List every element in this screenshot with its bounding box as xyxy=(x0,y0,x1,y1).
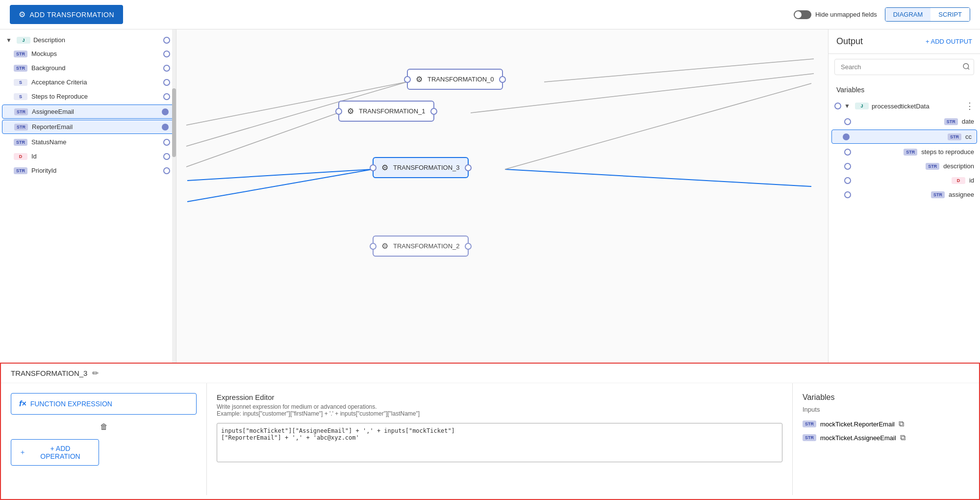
more-icon[interactable]: ⋮ xyxy=(965,101,974,111)
var-left: STR steps to reproduce xyxy=(904,148,974,156)
search-input[interactable] xyxy=(834,59,974,75)
function-icon: f× xyxy=(19,399,26,408)
list-item[interactable]: STR AssigneeEmail xyxy=(2,105,174,119)
bottom-content: f× FUNCTION EXPRESSION 🗑 ＋ + ADD OPERATI… xyxy=(1,383,979,495)
search-icon-button[interactable] xyxy=(962,62,970,72)
field-name: Mockups xyxy=(31,50,57,57)
type-badge-str: STR xyxy=(14,139,27,146)
list-item[interactable]: STR Background xyxy=(0,61,176,75)
svg-line-6 xyxy=(187,169,373,202)
type-badge: D xyxy=(952,177,965,184)
bottom-panel-header: TRANSFORMATION_3 ✏ xyxy=(1,364,979,383)
list-item[interactable]: STR StatusName xyxy=(0,135,176,149)
type-badge: STR xyxy=(803,434,816,441)
type-badge-str: STR xyxy=(14,51,27,57)
expression-textarea[interactable]: inputs["mockTicket"]["AssigneeEmail"] + … xyxy=(217,423,782,462)
variables-title: Variables xyxy=(829,84,980,98)
node-label: TRANSFORMATION_3 xyxy=(393,164,460,171)
node-label: TRANSFORMATION_2 xyxy=(393,242,460,250)
node-connector-right xyxy=(499,76,506,83)
node-connector-right xyxy=(465,164,472,171)
connector-dot xyxy=(163,79,170,86)
tab-script[interactable]: SCRIPT xyxy=(930,8,970,21)
field-left: D Id xyxy=(14,153,37,160)
add-output-button[interactable]: + ADD OUTPUT xyxy=(926,38,972,45)
edit-icon[interactable]: ✏ xyxy=(92,368,99,378)
field-name: ReporterEmail xyxy=(32,123,73,131)
node-transformation-0[interactable]: ⚙ TRANSFORMATION_0 xyxy=(407,69,503,90)
field-left: STR Mockups xyxy=(14,50,57,57)
collapse-icon: ▼ xyxy=(6,37,12,44)
list-item[interactable]: D Id xyxy=(0,149,176,163)
connector-dot xyxy=(162,124,169,131)
bottom-variables-panel: Variables Inputs STR mockTicket.Reporter… xyxy=(793,383,979,495)
node-transformation-3[interactable]: ⚙ TRANSFORMATION_3 xyxy=(373,157,469,178)
type-badge-str: STR xyxy=(14,108,28,115)
add-transformation-button[interactable]: ⚙ ADD TRANSFORMATION xyxy=(10,5,123,24)
var-name: id xyxy=(969,177,974,184)
add-operation-button[interactable]: ＋ + ADD OPERATION xyxy=(11,439,99,466)
expr-description: Write jsonnet expression for medium or a… xyxy=(217,403,782,417)
list-item[interactable]: STR assignee xyxy=(829,187,980,202)
field-name: AssigneeEmail xyxy=(32,108,74,115)
description-group-header[interactable]: ▼ J Description xyxy=(0,33,176,47)
var-left: STR cc xyxy=(948,133,972,140)
hide-unmapped-control: Hide unmapped fields xyxy=(794,10,877,19)
var-group-header[interactable]: ▼ J processedticketData ⋮ xyxy=(829,98,980,114)
svg-line-10 xyxy=(968,68,969,69)
var-name: date xyxy=(962,118,974,125)
function-expression-button[interactable]: f× FUNCTION EXPRESSION xyxy=(11,393,197,415)
function-expression-label: FUNCTION EXPRESSION xyxy=(30,400,112,408)
type-badge: STR xyxy=(944,118,958,125)
hide-unmapped-toggle[interactable] xyxy=(794,10,811,19)
search-box xyxy=(834,59,974,75)
list-item[interactable]: STR PriorityId xyxy=(0,163,176,178)
var-left: STR description xyxy=(926,162,974,170)
field-left: STR Background xyxy=(14,64,65,72)
gear-icon: ⚙ xyxy=(416,75,423,84)
var-name: mockTicket.AssigneeEmail xyxy=(820,434,896,442)
list-item[interactable]: STR Mockups xyxy=(0,47,176,61)
copy-icon[interactable]: ⧉ xyxy=(899,420,904,428)
copy-icon[interactable]: ⧉ xyxy=(900,433,905,442)
svg-line-5 xyxy=(187,169,373,181)
svg-line-8 xyxy=(505,83,811,169)
var-group-name: processedticketData xyxy=(872,103,930,110)
connector-dot xyxy=(163,65,170,72)
list-item[interactable]: STR steps to reproduce xyxy=(829,145,980,159)
tab-diagram[interactable]: DIAGRAM xyxy=(885,8,931,21)
node-connector-left xyxy=(370,243,377,250)
gear-icon: ⚙ xyxy=(19,10,26,19)
description-group-label: Description xyxy=(33,36,65,44)
var-name: assignee xyxy=(949,191,974,198)
node-transformation-2[interactable]: ⚙ TRANSFORMATION_2 xyxy=(373,236,469,257)
field-left: STR PriorityId xyxy=(14,167,56,174)
type-badge: STR xyxy=(931,191,945,198)
svg-point-9 xyxy=(963,63,969,69)
connector-dot xyxy=(162,108,169,115)
list-item[interactable]: D id xyxy=(829,173,980,187)
connector xyxy=(844,191,851,198)
field-name: PriorityId xyxy=(31,167,56,174)
svg-line-7 xyxy=(505,169,811,186)
group-connector xyxy=(834,103,841,109)
connector xyxy=(844,177,851,184)
list-item[interactable]: S Steps to Reproduce xyxy=(0,89,176,104)
var-left: STR assignee xyxy=(931,191,974,198)
output-title: Output xyxy=(836,36,863,47)
field-name: Acceptance Criteria xyxy=(31,79,87,86)
list-item[interactable]: STR date xyxy=(829,114,980,129)
node-connector-right xyxy=(465,243,472,250)
scrollbar-thumb[interactable] xyxy=(172,88,176,157)
node-transformation-1[interactable]: ⚙ TRANSFORMATION_1 xyxy=(338,101,434,122)
type-badge-d: D xyxy=(14,153,27,160)
node-label: TRANSFORMATION_1 xyxy=(359,107,426,115)
connector-dot xyxy=(163,167,170,174)
gear-icon: ⚙ xyxy=(381,163,388,172)
delete-button[interactable]: 🗑 xyxy=(11,422,197,431)
list-item[interactable]: STR cc xyxy=(831,130,977,144)
list-item[interactable]: STR ReporterEmail xyxy=(2,120,174,134)
list-item[interactable]: S Acceptance Criteria xyxy=(0,75,176,89)
list-item[interactable]: STR description xyxy=(829,159,980,173)
list-item: STR mockTicket.AssigneeEmail ⧉ xyxy=(803,431,969,445)
